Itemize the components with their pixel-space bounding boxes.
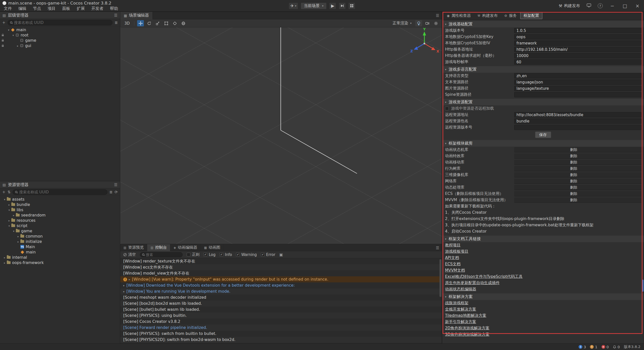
field-input[interactable] <box>514 47 641 52</box>
close-button[interactable]: × <box>634 3 640 9</box>
console-tab[interactable]: ◈动画编辑器 <box>170 244 201 251</box>
chevron-right-icon[interactable]: ▸ <box>7 219 11 222</box>
scene-viewport[interactable]: Y X Z <box>120 27 442 244</box>
section-header[interactable]: ▾游戏基础配置 <box>442 21 644 27</box>
expand-icon[interactable]: ▸ <box>129 278 130 281</box>
chevron-right-icon[interactable]: ▸ <box>3 256 7 259</box>
preview-platform-button[interactable]: ✈ ▾ <box>289 3 298 9</box>
delete-button[interactable]: 删除 <box>568 179 580 184</box>
doc-link[interactable]: 全栈开发解决方案 <box>442 306 644 313</box>
hierarchy-node[interactable]: ▾main <box>0 27 120 32</box>
filter-log-checkbox[interactable] <box>204 253 207 256</box>
asset-node[interactable]: TSMain <box>0 244 120 249</box>
field-input[interactable] <box>514 92 641 97</box>
filter-log[interactable]: Log <box>204 252 216 257</box>
console-tab[interactable]: ▦动画图 <box>201 244 224 251</box>
assets-search-input[interactable] <box>19 190 105 194</box>
scene-editor-tab[interactable]: ▦ 场景编辑器 <box>120 12 153 19</box>
render-mode-select[interactable]: 正常渲染 ▾ <box>390 21 414 26</box>
pivot-tool-button[interactable] <box>171 20 178 26</box>
hierarchy-node[interactable]: ▸gui <box>0 43 120 48</box>
asset-node[interactable]: ▸resources <box>0 218 120 223</box>
inspector-tab[interactable]: 框架配置 <box>520 12 542 19</box>
doc-link[interactable]: 新手引导解决方案 <box>442 319 644 325</box>
help-button[interactable]: ? <box>598 3 603 8</box>
filter-warning-checkbox[interactable] <box>236 253 240 256</box>
log-row[interactable]: [Window] render_texture文件夹不存在 <box>120 258 442 264</box>
lock-icon[interactable] <box>2 35 4 36</box>
menu-item[interactable]: 帮助 <box>107 6 121 11</box>
console-search-input[interactable] <box>146 253 180 257</box>
menu-item[interactable]: 文件 <box>1 6 15 11</box>
doc-link[interactable]: Tiledmap地图解决方案 <box>442 313 644 319</box>
rect-tool-button[interactable] <box>163 20 170 26</box>
step-button[interactable] <box>339 3 346 9</box>
doc-link[interactable]: 游戏模板项目 <box>442 248 644 255</box>
layout-button[interactable] <box>348 3 355 9</box>
hierarchy-search[interactable] <box>8 20 113 25</box>
section-header[interactable]: ▾框架解决方案 <box>442 293 644 300</box>
field-input[interactable] <box>514 28 641 33</box>
lock-icon[interactable] <box>2 40 4 41</box>
mode-3d-toggle[interactable]: 3D <box>123 20 131 26</box>
create-node-button[interactable]: + <box>2 20 6 25</box>
create-asset-button[interactable]: + <box>2 190 6 194</box>
refresh-icon[interactable]: ⟳ <box>114 190 118 194</box>
field-input[interactable] <box>514 59 641 65</box>
warning-count-badge[interactable]: ! 1 <box>590 345 597 349</box>
log-row[interactable]: [Window] ecs文件夹不存在 <box>120 264 442 270</box>
doc-link[interactable]: 原生包热更新配置自动生成插件 <box>442 280 644 286</box>
scene-select[interactable]: 当前场景 ▾ <box>301 3 327 9</box>
asset-node[interactable]: ▸initialize <box>0 239 120 244</box>
log-row[interactable]: [Scene] [box2d]:box2d wasm lib loaded. <box>120 300 442 307</box>
delete-button[interactable]: 删除 <box>568 191 580 196</box>
asset-node[interactable]: ▸oops-framework <box>0 260 120 265</box>
play-button[interactable]: ▶ <box>329 3 336 9</box>
error-count-badge[interactable]: × 0 <box>601 345 609 349</box>
asset-node[interactable]: ▾game <box>0 228 120 234</box>
regex-filter[interactable]: 正则 <box>187 252 199 257</box>
log-file-icon[interactable]: ▣ <box>279 252 283 257</box>
hierarchy-search-input[interactable] <box>14 20 110 25</box>
asset-node[interactable]: main <box>0 249 120 255</box>
asset-node[interactable]: ▸common <box>0 234 120 239</box>
expand-icon[interactable]: ▸ <box>123 290 125 293</box>
sort-icon[interactable]: ⇅ <box>8 190 11 194</box>
log-row[interactable]: [Scene] [PHYSICS2D]: switch from box2d-w… <box>120 337 442 343</box>
panel-menu-icon[interactable]: ☰ <box>114 13 117 18</box>
hierarchy-node[interactable]: ▾root <box>0 32 120 38</box>
asset-node[interactable]: ▸internal <box>0 255 120 260</box>
field-input[interactable] <box>514 118 641 124</box>
menu-item[interactable]: 项目 <box>44 6 59 11</box>
log-row[interactable]: ▸[Window] You are running Vue in develop… <box>120 288 442 294</box>
log-row[interactable]: [Scene] meshopt wasm decoder initialized <box>120 294 442 300</box>
chevron-down-icon[interactable]: ▾ <box>7 224 11 227</box>
asset-node[interactable]: ▾assets <box>0 197 120 202</box>
panel-menu-icon[interactable]: ☰ <box>114 183 117 187</box>
log-count-badge[interactable]: i 3 <box>579 345 586 349</box>
field-input[interactable] <box>514 73 641 78</box>
filter-error-checkbox[interactable] <box>261 253 265 256</box>
scale-tool-button[interactable] <box>154 20 161 26</box>
field-input[interactable] <box>514 86 641 91</box>
expand-icon[interactable]: ▸ <box>123 284 125 287</box>
chevron-down-icon[interactable]: ▾ <box>12 230 16 233</box>
asset-node[interactable]: ▸seedrandom <box>0 212 120 218</box>
delete-button[interactable]: 删除 <box>568 166 580 171</box>
doc-link[interactable]: 教程项目 <box>442 242 644 248</box>
remote-load-checkbox[interactable] <box>445 107 449 110</box>
field-input[interactable] <box>514 53 641 58</box>
rotate-tool-button[interactable] <box>146 20 152 26</box>
inspector-tab[interactable]: ⚒构建发布 <box>474 12 501 20</box>
chevron-right-icon[interactable]: ▸ <box>3 261 7 264</box>
devices-button[interactable] <box>587 4 591 8</box>
log-row[interactable]: [Window] model_view文件夹不存在 <box>120 270 442 276</box>
log-row[interactable]: !▸[Window] [Vue warn]: Property "onInput… <box>120 276 442 282</box>
scene-settings-button[interactable] <box>432 20 439 26</box>
field-input[interactable] <box>514 125 641 130</box>
inspector-tab[interactable]: ◉属性检查器 <box>444 12 474 20</box>
hierarchy-node[interactable]: game <box>0 38 120 43</box>
scene-light-toggle[interactable] <box>415 20 422 26</box>
delete-button[interactable]: 删除 <box>568 172 580 178</box>
save-button[interactable]: 保存 <box>535 132 551 138</box>
